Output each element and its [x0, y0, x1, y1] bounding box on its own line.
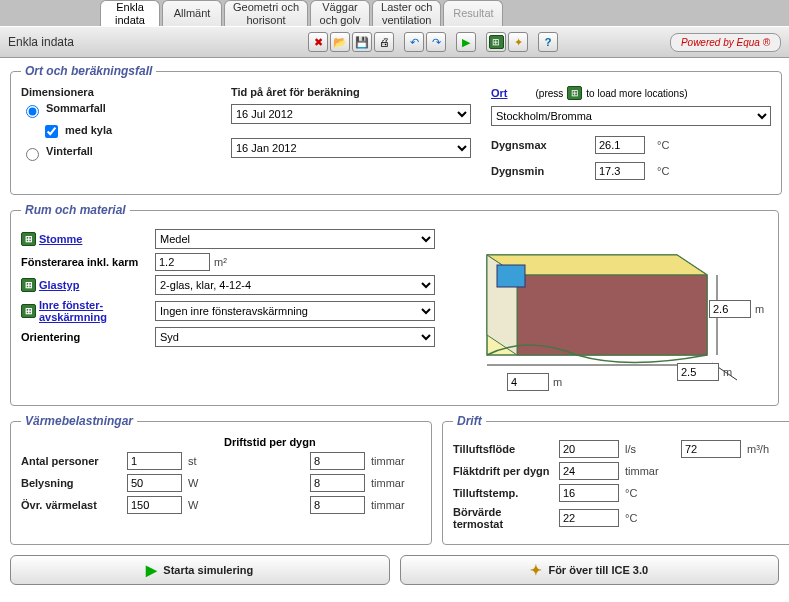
- fonsterarea-label: Fönsterarea inkl. karm: [21, 256, 138, 268]
- db-button[interactable]: ⊞: [486, 32, 506, 52]
- driftstid-label: Driftstid per dygn: [224, 436, 354, 448]
- database-icon: ⊞: [567, 86, 582, 100]
- tilluft-ls-input[interactable]: [559, 440, 619, 458]
- database-icon: ⊞: [21, 304, 36, 318]
- dygnsmax-label: Dygnsmax: [491, 139, 591, 151]
- belysning-label: Belysning: [21, 477, 121, 489]
- fonsterarea-input[interactable]: [155, 253, 210, 271]
- dygnsmax-input[interactable]: [595, 136, 645, 154]
- drift-fieldset: Drift Tilluftsflöde l/s m³/h Fläktdrift …: [442, 414, 789, 545]
- transfer-button[interactable]: ✦: [508, 32, 528, 52]
- m-unit: m: [723, 366, 732, 378]
- tab-geometri[interactable]: Geometri och horisont: [224, 0, 308, 26]
- print-button[interactable]: 🖨: [374, 32, 394, 52]
- c-unit: °C: [625, 487, 675, 499]
- vinterfall-label: Vinterfall: [46, 145, 93, 157]
- press-hint1: (press: [536, 88, 564, 99]
- room-width-input[interactable]: [677, 363, 719, 381]
- dygnsmin-label: Dygnsmin: [491, 165, 591, 177]
- m-unit: m: [755, 303, 764, 315]
- tilluft-label: Tilluftsflöde: [453, 443, 553, 455]
- play-icon: ▶: [146, 562, 157, 578]
- m-unit: m: [553, 376, 562, 388]
- sommarfall-radio[interactable]: [26, 105, 39, 118]
- date2-select[interactable]: 16 Jan 2012: [231, 138, 471, 158]
- flakt-input[interactable]: [559, 462, 619, 480]
- celsius-unit: °C: [657, 139, 669, 151]
- orientering-select[interactable]: Syd: [155, 327, 435, 347]
- powered-by-badge: Powered by Equa ®: [670, 33, 781, 52]
- belysning-time-input[interactable]: [310, 474, 365, 492]
- flakt-label: Fläktdrift per dygn: [453, 465, 553, 477]
- m2-unit: m²: [214, 256, 227, 268]
- svg-marker-2: [517, 275, 707, 355]
- stomme-select[interactable]: Medel: [155, 229, 435, 249]
- antal-input[interactable]: [127, 452, 182, 470]
- database-icon: ⊞: [21, 278, 36, 292]
- tab-vaggar[interactable]: Väggar och golv: [310, 0, 370, 26]
- inre-link[interactable]: Inre fönster- avskärmning: [39, 299, 107, 323]
- header-bar: Enkla indata ✖ 📂 💾 🖨 ↶ ↷ ▶ ⊞ ✦ ? Powered…: [0, 26, 789, 58]
- timmar-unit: timmar: [371, 455, 421, 467]
- room-height-input[interactable]: [709, 300, 751, 318]
- ort-legend: Ort och beräkningsfall: [21, 64, 156, 78]
- temp-input[interactable]: [559, 484, 619, 502]
- bor-label: Börvärde termostat: [453, 506, 553, 530]
- tilluft-m3h-input[interactable]: [681, 440, 741, 458]
- help-button[interactable]: ?: [538, 32, 558, 52]
- location-select[interactable]: Stockholm/Bromma: [491, 106, 771, 126]
- glastyp-select[interactable]: 2-glas, klar, 4-12-4: [155, 275, 435, 295]
- tab-laster[interactable]: Laster och ventilation: [372, 0, 441, 26]
- transfer-ice-button[interactable]: ✦ För över till ICE 3.0: [400, 555, 780, 585]
- stomme-link[interactable]: Stomme: [39, 233, 82, 245]
- dimensionera-label: Dimensionera: [21, 86, 221, 98]
- dygnsmin-input[interactable]: [595, 162, 645, 180]
- database-icon: ⊞: [21, 232, 36, 246]
- run-button[interactable]: ▶: [456, 32, 476, 52]
- tab-resultat: Resultat: [443, 0, 503, 26]
- m3h-unit: m³/h: [747, 443, 787, 455]
- tid-label: Tid på året för beräkning: [231, 86, 481, 98]
- date1-select[interactable]: 16 Jul 2012: [231, 104, 471, 124]
- ovr-time-input[interactable]: [310, 496, 365, 514]
- belysning-input[interactable]: [127, 474, 182, 492]
- st-unit: st: [188, 455, 218, 467]
- press-hint2: to load more locations): [586, 88, 687, 99]
- temp-label: Tilluftstemp.: [453, 487, 553, 499]
- save-button[interactable]: 💾: [352, 32, 372, 52]
- ort-fieldset: Ort och beräkningsfall Dimensionera Somm…: [10, 64, 782, 195]
- redo-button[interactable]: ↷: [426, 32, 446, 52]
- vinterfall-radio[interactable]: [26, 148, 39, 161]
- antal-time-input[interactable]: [310, 452, 365, 470]
- c-unit: °C: [625, 512, 675, 524]
- ort-link[interactable]: Ort: [491, 87, 508, 99]
- glastyp-link[interactable]: Glastyp: [39, 279, 79, 291]
- start-simulation-button[interactable]: ▶ Starta simulering: [10, 555, 390, 585]
- room-length-input[interactable]: [507, 373, 549, 391]
- orientering-label: Orientering: [21, 331, 80, 343]
- page-title: Enkla indata: [8, 35, 308, 49]
- delete-button[interactable]: ✖: [308, 32, 328, 52]
- room-3d-view: m m m: [447, 225, 767, 395]
- med-kyla-label: med kyla: [65, 124, 112, 136]
- bor-input[interactable]: [559, 509, 619, 527]
- heat-fieldset: Värmebelastningar Driftstid per dygn Ant…: [10, 414, 432, 545]
- med-kyla-checkbox[interactable]: [45, 125, 58, 138]
- ls-unit: l/s: [625, 443, 675, 455]
- tab-allmant[interactable]: Allmänt: [162, 0, 222, 26]
- undo-button[interactable]: ↶: [404, 32, 424, 52]
- timmar-unit: timmar: [371, 477, 421, 489]
- rum-fieldset: Rum och material ⊞Stomme Medel Fönsterar…: [10, 203, 779, 406]
- open-button[interactable]: 📂: [330, 32, 350, 52]
- tab-enkla[interactable]: Enkla indata: [100, 0, 160, 26]
- transfer-ice-label: För över till ICE 3.0: [548, 564, 648, 576]
- start-sim-label: Starta simulering: [163, 564, 253, 576]
- ovr-input[interactable]: [127, 496, 182, 514]
- celsius-unit: °C: [657, 165, 669, 177]
- transfer-icon: ✦: [530, 562, 542, 578]
- toolbar: ✖ 📂 💾 🖨 ↶ ↷ ▶ ⊞ ✦ ?: [308, 32, 558, 52]
- ovr-label: Övr. värmelast: [21, 499, 121, 511]
- sommarfall-label: Sommarfall: [46, 102, 106, 114]
- drift-legend: Drift: [453, 414, 486, 428]
- inre-select[interactable]: Ingen inre fönsteravskärmning: [155, 301, 435, 321]
